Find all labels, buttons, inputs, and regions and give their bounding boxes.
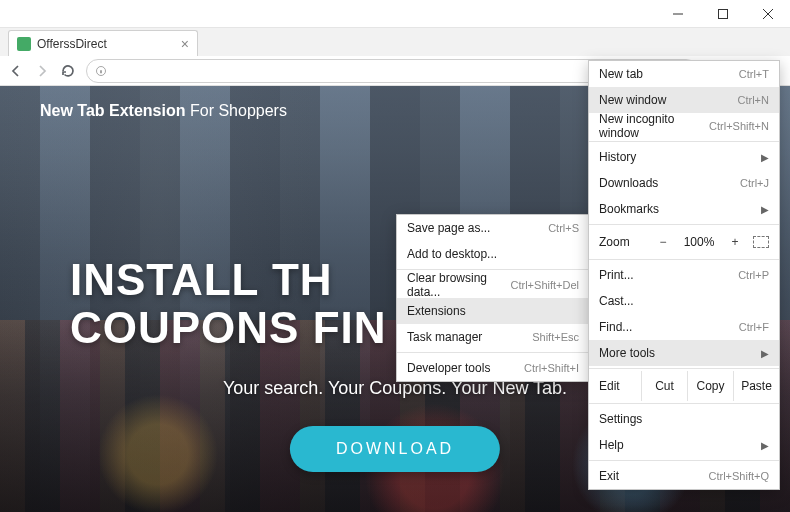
shortcut: Ctrl+Shift+I — [524, 362, 579, 374]
submenu-arrow-icon: ▶ — [761, 348, 769, 359]
favicon-icon — [17, 37, 31, 51]
tab-title: OfferssDirect — [37, 37, 107, 51]
submenu-extensions[interactable]: Extensions — [397, 298, 589, 324]
page-headline: INSTALL TH COUPONS FIN — [70, 256, 387, 353]
menu-label: Bookmarks — [599, 202, 659, 216]
menu-bookmarks[interactable]: Bookmarks▶ — [589, 196, 779, 222]
menu-label: Cast... — [599, 294, 634, 308]
info-icon — [95, 65, 107, 77]
shortcut: Ctrl+T — [739, 68, 769, 80]
shortcut: Ctrl+J — [740, 177, 769, 189]
menu-settings[interactable]: Settings — [589, 406, 779, 432]
menu-label: Downloads — [599, 176, 658, 190]
menu-label: Developer tools — [407, 361, 490, 375]
maximize-button[interactable] — [700, 0, 745, 28]
svg-rect-1 — [718, 9, 727, 18]
menu-label: History — [599, 150, 636, 164]
menu-separator — [589, 259, 779, 260]
tab-strip: OfferssDirect × — [0, 28, 790, 56]
headline-line2: COUPONS FIN — [70, 304, 387, 352]
menu-cast[interactable]: Cast... — [589, 288, 779, 314]
page-tagline: New Tab Extension For Shoppers — [40, 102, 287, 120]
menu-separator — [589, 224, 779, 225]
shortcut: Ctrl+N — [738, 94, 769, 106]
shortcut: Ctrl+Shift+Del — [511, 279, 579, 291]
menu-label: New tab — [599, 67, 643, 81]
tagline-rest: For Shoppers — [186, 102, 287, 119]
shortcut: Shift+Esc — [532, 331, 579, 343]
menu-label: Save page as... — [407, 221, 490, 235]
menu-separator — [589, 460, 779, 461]
zoom-in-button[interactable]: + — [725, 235, 745, 249]
shortcut: Ctrl+P — [738, 269, 769, 281]
submenu-devtools[interactable]: Developer toolsCtrl+Shift+I — [397, 355, 589, 381]
menu-more-tools[interactable]: More tools▶ — [589, 340, 779, 366]
chrome-menu: New tabCtrl+T New windowCtrl+N New incog… — [588, 60, 780, 490]
menu-label: Clear browsing data... — [407, 271, 511, 299]
submenu-save-page[interactable]: Save page as...Ctrl+S — [397, 215, 589, 241]
zoom-level: 100% — [681, 235, 717, 249]
menu-label: Edit — [589, 371, 641, 401]
submenu-arrow-icon: ▶ — [761, 152, 769, 163]
menu-downloads[interactable]: DownloadsCtrl+J — [589, 170, 779, 196]
menu-help[interactable]: Help▶ — [589, 432, 779, 458]
shortcut: Ctrl+Shift+N — [709, 120, 769, 132]
more-tools-submenu: Save page as...Ctrl+S Add to desktop... … — [396, 214, 590, 382]
zoom-out-button[interactable]: − — [653, 235, 673, 249]
menu-label: New incognito window — [599, 112, 709, 140]
edit-cut-button[interactable]: Cut — [641, 371, 687, 401]
menu-history[interactable]: History▶ — [589, 144, 779, 170]
menu-label: Extensions — [407, 304, 466, 318]
headline-line1: INSTALL TH — [70, 256, 387, 304]
menu-label: Exit — [599, 469, 619, 483]
menu-new-window[interactable]: New windowCtrl+N — [589, 87, 779, 113]
menu-separator — [589, 141, 779, 142]
fullscreen-icon[interactable] — [753, 236, 769, 248]
menu-separator — [397, 352, 589, 353]
reload-button[interactable] — [60, 63, 76, 79]
tab-close-icon[interactable]: × — [181, 36, 189, 52]
menu-label: Add to desktop... — [407, 247, 497, 261]
menu-separator — [397, 269, 589, 270]
submenu-task-manager[interactable]: Task managerShift+Esc — [397, 324, 589, 350]
menu-separator — [589, 403, 779, 404]
edit-copy-button[interactable]: Copy — [687, 371, 733, 401]
submenu-clear-data[interactable]: Clear browsing data...Ctrl+Shift+Del — [397, 272, 589, 298]
window-titlebar — [0, 0, 790, 28]
menu-print[interactable]: Print...Ctrl+P — [589, 262, 779, 288]
menu-find[interactable]: Find...Ctrl+F — [589, 314, 779, 340]
menu-new-tab[interactable]: New tabCtrl+T — [589, 61, 779, 87]
back-button[interactable] — [8, 63, 24, 79]
tagline-bold: New Tab Extension — [40, 102, 186, 119]
menu-separator — [589, 368, 779, 369]
submenu-add-desktop[interactable]: Add to desktop... — [397, 241, 589, 267]
forward-button[interactable] — [34, 63, 50, 79]
menu-label: Print... — [599, 268, 634, 282]
menu-label: Zoom — [599, 235, 645, 249]
browser-tab[interactable]: OfferssDirect × — [8, 30, 198, 56]
download-button[interactable]: DOWNLOAD — [290, 426, 500, 472]
menu-label: New window — [599, 93, 666, 107]
menu-label: Task manager — [407, 330, 482, 344]
edit-paste-button[interactable]: Paste — [733, 371, 779, 401]
shortcut: Ctrl+Shift+Q — [708, 470, 769, 482]
close-window-button[interactable] — [745, 0, 790, 28]
menu-label: Settings — [599, 412, 642, 426]
minimize-button[interactable] — [655, 0, 700, 28]
menu-edit-row: Edit Cut Copy Paste — [589, 371, 779, 401]
menu-label: Find... — [599, 320, 632, 334]
menu-exit[interactable]: ExitCtrl+Shift+Q — [589, 463, 779, 489]
menu-incognito[interactable]: New incognito windowCtrl+Shift+N — [589, 113, 779, 139]
menu-label: Help — [599, 438, 624, 452]
menu-zoom: Zoom − 100% + — [589, 227, 779, 257]
shortcut: Ctrl+F — [739, 321, 769, 333]
shortcut: Ctrl+S — [548, 222, 579, 234]
submenu-arrow-icon: ▶ — [761, 440, 769, 451]
submenu-arrow-icon: ▶ — [761, 204, 769, 215]
menu-label: More tools — [599, 346, 655, 360]
